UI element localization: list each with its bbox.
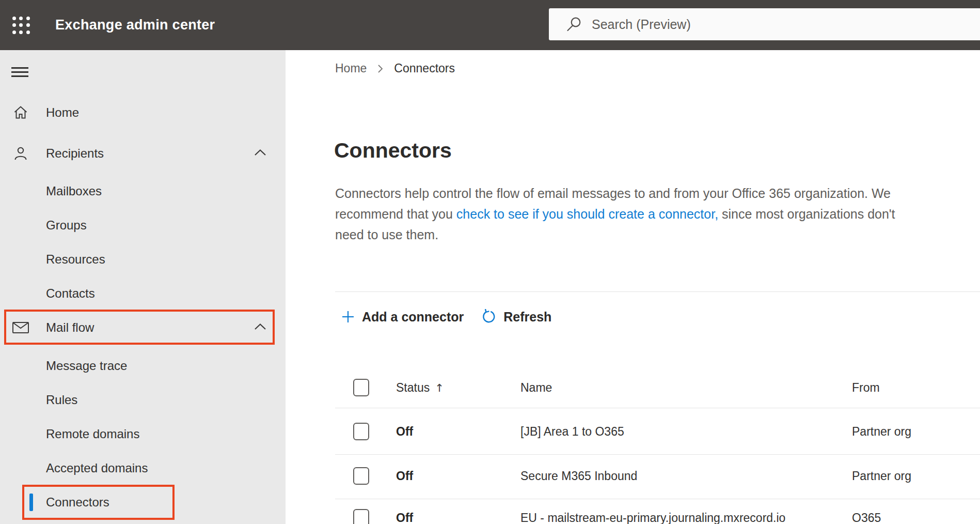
plus-icon (341, 310, 355, 324)
sidebar-item-recipients[interactable]: Recipients (0, 141, 286, 166)
person-icon (12, 145, 29, 162)
sidebar-item-label: Mail flow (46, 320, 94, 335)
create-connector-check-link[interactable]: check to see if you should create a conn… (456, 207, 718, 221)
row-checkbox[interactable] (353, 467, 369, 485)
app-title: Exchange admin center (55, 0, 215, 50)
row-divider (335, 454, 980, 455)
cell-name: EU - mailstream-eu-primary.journaling.mx… (520, 511, 785, 524)
table-header-row: Status ↑ Name From (286, 375, 980, 400)
toolbar-divider (335, 291, 980, 292)
page-description: Connectors help control the flow of emai… (335, 183, 895, 245)
sidebar-item-accepted-domains[interactable]: Accepted domains (0, 455, 286, 481)
sort-ascending-icon: ↑ (435, 381, 444, 394)
cell-from: Partner org (852, 425, 911, 439)
sidebar-item-label: Groups (46, 218, 87, 233)
chevron-up-icon (254, 148, 267, 159)
search-icon (566, 16, 582, 33)
app-launcher-icon[interactable] (11, 15, 31, 36)
chevron-up-icon (254, 322, 267, 333)
sidebar-item-label: Message trace (46, 359, 127, 373)
refresh-button[interactable]: Refresh (481, 309, 551, 325)
main-content: Home Connectors Connectors Connectors he… (286, 50, 980, 524)
sidebar-item-label: Mailboxes (46, 184, 102, 198)
column-header-name[interactable]: Name (520, 381, 552, 395)
column-header-status[interactable]: Status ↑ (396, 381, 444, 395)
sidebar-item-label: Accepted domains (46, 461, 148, 475)
row-divider (335, 499, 980, 499)
sidebar-item-mailboxes[interactable]: Mailboxes (0, 178, 286, 204)
column-header-from[interactable]: From (852, 381, 880, 395)
toolbar: Add a connector Refresh (341, 306, 551, 327)
breadcrumb: Home Connectors (335, 61, 455, 75)
chevron-right-icon (377, 64, 384, 74)
sidebar-item-connectors[interactable]: Connectors (0, 489, 286, 515)
cell-status: Off (396, 469, 413, 483)
sidebar-item-remote-domains[interactable]: Remote domains (0, 421, 286, 447)
add-connector-label: Add a connector (362, 310, 464, 325)
page-title: Connectors (334, 138, 452, 163)
cell-name: [JB] Area 1 to O365 (520, 425, 624, 439)
sidebar-item-label: Home (46, 105, 79, 120)
sidebar-item-label: Connectors (46, 495, 109, 510)
sidebar-item-label: Resources (46, 252, 105, 267)
select-all-checkbox[interactable] (353, 379, 369, 396)
search-input[interactable] (591, 17, 980, 33)
sidebar-item-label: Contacts (46, 286, 95, 301)
sidebar-item-contacts[interactable]: Contacts (0, 281, 286, 306)
add-connector-button[interactable]: Add a connector (341, 310, 464, 325)
cell-name: Secure M365 Inbound (520, 469, 637, 483)
sidebar: Home Recipients Mailboxes Groups Resourc… (0, 50, 286, 524)
sidebar-item-rules[interactable]: Rules (0, 387, 286, 413)
cell-status: Off (396, 511, 413, 524)
sidebar-item-message-trace[interactable]: Message trace (0, 353, 286, 379)
sidebar-item-mail-flow[interactable]: Mail flow (0, 315, 286, 341)
cell-from: Partner org (852, 469, 911, 483)
table-row[interactable]: Off Secure M365 Inbound Partner org (286, 463, 980, 489)
menu-icon[interactable] (11, 67, 28, 77)
sidebar-item-groups[interactable]: Groups (0, 212, 286, 238)
row-divider (335, 408, 980, 408)
topbar: Exchange admin center (0, 0, 980, 50)
refresh-label: Refresh (503, 310, 551, 325)
sidebar-item-label: Remote domains (46, 427, 139, 441)
selected-item-indicator (29, 494, 33, 511)
home-icon (12, 104, 29, 121)
row-checkbox[interactable] (353, 509, 369, 524)
sidebar-item-home[interactable]: Home (0, 100, 286, 126)
table-row[interactable]: Off [JB] Area 1 to O365 Partner org (286, 419, 980, 444)
cell-from: O365 (852, 511, 881, 524)
search-box[interactable] (549, 8, 980, 40)
sidebar-item-label: Rules (46, 393, 77, 407)
sidebar-item-label: Recipients (46, 146, 104, 161)
breadcrumb-home-link[interactable]: Home (335, 61, 367, 75)
breadcrumb-current: Connectors (394, 61, 455, 75)
refresh-icon (481, 309, 497, 325)
sidebar-item-resources[interactable]: Resources (0, 246, 286, 272)
table-row[interactable]: Off EU - mailstream-eu-primary.journalin… (286, 505, 980, 524)
mail-icon (12, 319, 29, 336)
exchange-admin-center-screen: { "topbar": { "app_launcher_icon": "waff… (0, 0, 980, 524)
row-checkbox[interactable] (353, 423, 369, 440)
cell-status: Off (396, 425, 413, 439)
